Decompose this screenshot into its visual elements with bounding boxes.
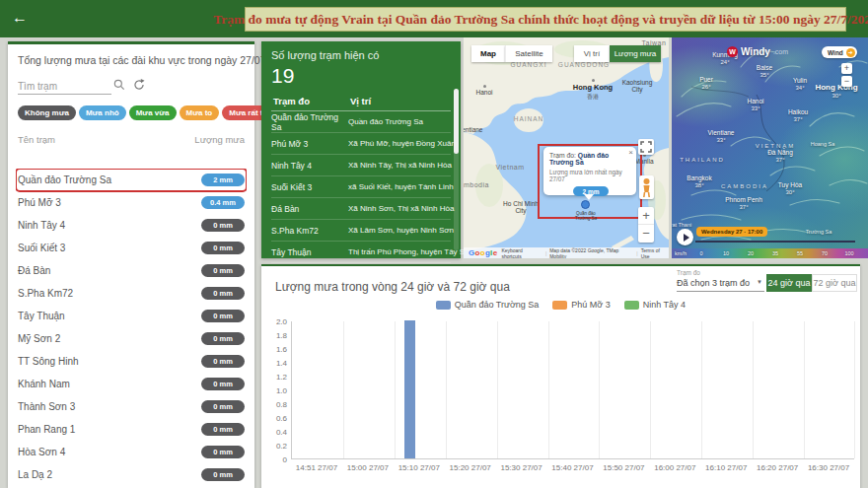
station-name: Suối Kiết 3 — [18, 243, 65, 253]
stations-table-row[interactable]: S.Pha Km72Xã Lâm Sơn, huyện Ninh Sơn — [271, 220, 451, 242]
y-axis-tick: 2.0 — [276, 317, 287, 326]
station-row[interactable]: Ninh Tây 40 mm — [16, 214, 247, 237]
station-row[interactable]: Tây Thuận0 mm — [16, 305, 247, 327]
last-72h-button[interactable]: 72 giờ qua — [812, 274, 857, 292]
cell-station: Ninh Tây 4 — [271, 161, 348, 171]
rain-level-chip-0[interactable]: Không mưa — [18, 105, 76, 120]
fullscreen-button[interactable] — [638, 139, 654, 155]
station-row[interactable]: Phú Mỡ 30.4 mm — [16, 191, 247, 214]
stations-table-row[interactable]: Quần đảo Trường SaQuần đảo Trường Sa — [271, 111, 451, 133]
stations-table-row[interactable]: Tây ThuậnThị trấn Phú Phong, huyện Tây S… — [271, 242, 451, 263]
rain-amount-badge: 0 mm — [201, 310, 245, 322]
map-type-button[interactable]: Map — [471, 45, 505, 62]
windy-logo[interactable]: W Windy .com — [727, 46, 788, 57]
chevron-down-icon: ▼ — [757, 279, 762, 285]
wind-speed-scale: km/h01020355570100 — [672, 248, 868, 258]
station-name: Thành Sơn 3 — [18, 401, 75, 412]
location-tab-button[interactable]: Vị trí — [574, 45, 610, 62]
cell-station: Quần đảo Trường Sa — [271, 112, 348, 132]
stations-table-row[interactable]: Ninh Tây 4Xã Ninh Tây, Thị xã Ninh Hòa — [271, 155, 451, 176]
map-data-text: Map data ©2022 Google, TMap Mobility — [549, 247, 633, 259]
gridline — [650, 321, 651, 458]
map-zoom-control: + − — [638, 207, 654, 243]
back-arrow-icon[interactable]: ← — [12, 9, 28, 27]
wind-arrow-icon: ➜ — [846, 48, 855, 57]
gridline — [599, 321, 600, 458]
station-select-dropdown[interactable]: Đã chọn 3 trạm đo ▼ — [677, 278, 764, 292]
legend-item[interactable]: Ninh Tây 4 — [624, 300, 686, 310]
zoom-in-button[interactable]: + — [638, 207, 654, 225]
keyboard-shortcuts-link[interactable]: Keyboard shortcuts — [501, 247, 542, 259]
stations-scrollbar — [454, 89, 459, 250]
satellite-type-button[interactable]: Satellite — [505, 45, 552, 62]
stations-table-row[interactable]: Đá BànXã Ninh Sơn, Thị xã Ninh Hòa — [271, 198, 451, 220]
announcement-banner: Trạm đo mưa tự động Vrain tại Quần đảo T… — [245, 7, 846, 32]
rain-level-chip-2[interactable]: Mưa vừa — [129, 105, 177, 120]
y-axis-tick: 0 — [283, 455, 287, 464]
cell-station: Tây Thuận — [271, 247, 348, 257]
search-input[interactable] — [18, 79, 111, 95]
windy-zoom-in-button[interactable]: + — [841, 63, 852, 74]
gridline — [548, 321, 549, 458]
stations-table-row[interactable]: Suối Kiết 3xã Suối Kiết, huyện Tánh Linh — [271, 176, 451, 198]
windy-map[interactable]: Kunming24°Puer26°Baise35°Yulin34°Hong Ko… — [672, 37, 868, 258]
windy-zoom-out-button[interactable]: − — [841, 76, 852, 87]
zoom-out-button[interactable]: − — [638, 225, 654, 243]
stations-count-title: Số lượng trạm hiện có — [271, 49, 451, 61]
rain-amount-badge: 0 mm — [201, 446, 245, 458]
rain-level-chip-1[interactable]: Mưa nhỏ — [79, 105, 126, 120]
y-axis-tick: 0.4 — [276, 428, 287, 437]
legend-item[interactable]: Phú Mỡ 3 — [552, 300, 610, 310]
station-row[interactable]: TT Sông Hinh0 mm — [16, 350, 247, 373]
gridline — [497, 321, 498, 458]
station-name: Khánh Nam — [18, 379, 70, 389]
search-icon[interactable] — [112, 78, 126, 92]
scale-tick: 35 — [772, 250, 778, 256]
rain-amount-badge: 0 mm — [201, 355, 245, 368]
station-row[interactable]: Hòa Sơn 40 mm — [16, 441, 247, 463]
timeline-tooltip[interactable]: Wednesday 27 · 17:00 — [696, 227, 767, 237]
station-row[interactable]: Quần đảo Trường Sa2 mm — [16, 169, 247, 191]
station-row[interactable]: La Dạ 20 mm — [16, 463, 247, 486]
rain-chart-panel: Lượng mưa trong vòng 24 giờ và 72 giờ qu… — [261, 264, 860, 488]
station-row[interactable]: Phan Rang 10 mm — [16, 418, 247, 441]
rain-level-chip-3[interactable]: Mưa to — [180, 105, 220, 120]
popup-close-icon[interactable]: × — [628, 148, 633, 157]
y-axis-tick: 0.6 — [276, 414, 287, 423]
x-axis-tick: 16:10 27/07 — [705, 463, 747, 472]
wind-layer-button[interactable]: Wind ➜ — [822, 46, 857, 58]
rain-level-legend: Không mưaMưa nhỏMưa vừaMưa toMưa rất to — [18, 105, 247, 120]
timeline-track[interactable] — [695, 241, 855, 243]
last-24h-button[interactable]: 24 giờ qua — [766, 274, 812, 292]
station-row[interactable]: Mỹ Sơn 20 mm — [16, 327, 247, 350]
pegman-streetview-button[interactable] — [639, 175, 654, 199]
rain-amount-badge: 0 mm — [201, 242, 245, 254]
rain-tab-button[interactable]: Lượng mưa — [610, 45, 661, 62]
rain-amount-badge: 0.4 mm — [201, 196, 245, 209]
station-row[interactable]: Đá Bàn0 mm — [16, 259, 247, 282]
station-row[interactable]: Thành Sơn 30 mm — [16, 395, 247, 418]
scale-tick: 10 — [723, 250, 729, 256]
scale-tick: 55 — [797, 250, 803, 256]
refresh-icon[interactable] — [132, 78, 146, 92]
legend-item[interactable]: Quần đảo Trường Sa — [436, 300, 539, 310]
x-axis-tick: 16:30 27/07 — [808, 463, 849, 472]
scrollbar-thumb[interactable] — [454, 89, 459, 154]
y-axis-tick: 1.6 — [276, 345, 287, 354]
gridline — [343, 321, 344, 458]
cell-station: Suối Kiết 3 — [271, 182, 348, 192]
cell-location: Quần đảo Trường Sa — [348, 117, 423, 126]
station-row[interactable]: Khánh Nam0 mm — [16, 373, 247, 395]
x-axis-tick: 16:20 27/07 — [757, 463, 798, 472]
terms-link[interactable]: Terms of Use — [641, 247, 669, 259]
x-axis-tick: 15:40 27/07 — [551, 463, 593, 472]
play-button[interactable] — [677, 229, 693, 245]
y-axis-tick: 0.2 — [276, 442, 287, 451]
google-map[interactable]: GUANGXIGUANGDONGTaiwanHanoiHong Kong香港Ka… — [464, 37, 669, 258]
y-axis-tick: 1.8 — [276, 331, 287, 340]
stations-table-row[interactable]: Phú Mỡ 3Xã Phú Mỡ, huyện Đồng Xuân — [271, 133, 451, 155]
station-marker[interactable] — [581, 200, 590, 209]
wind-streaks — [672, 37, 868, 258]
station-row[interactable]: S.Pha Km720 mm — [16, 282, 247, 305]
station-row[interactable]: Suối Kiết 30 mm — [16, 237, 247, 259]
